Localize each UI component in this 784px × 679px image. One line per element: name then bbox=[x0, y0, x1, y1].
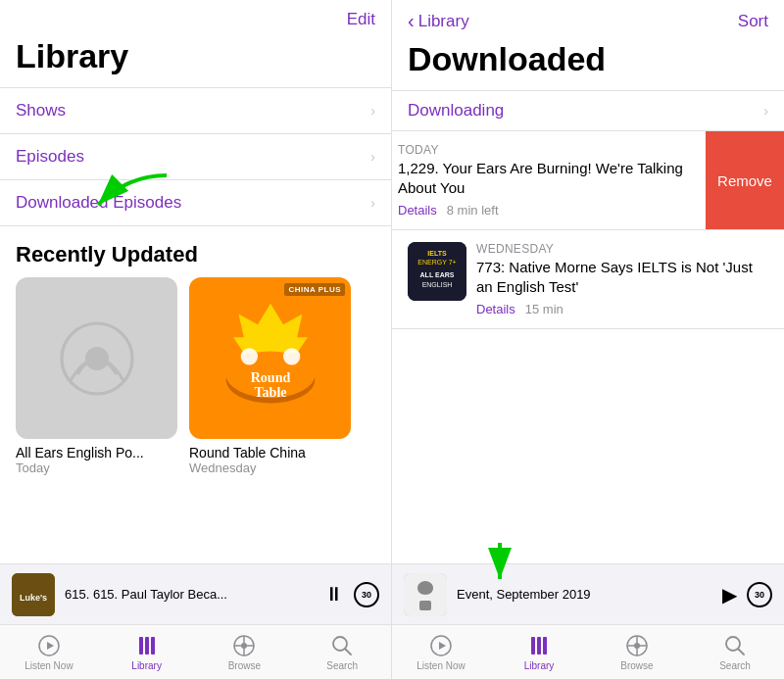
right-panel: ‹ Library Sort Downloaded Downloading › … bbox=[392, 0, 784, 679]
svg-rect-36 bbox=[537, 637, 541, 655]
episode-list: All Ears English TODAY 1,229. Your Ears … bbox=[392, 131, 784, 348]
back-button[interactable]: ‹ Library bbox=[408, 10, 469, 32]
remove-button-0[interactable]: Remove bbox=[706, 131, 784, 229]
episode-meta-1: Details 15 min bbox=[476, 302, 768, 316]
tab-listen-now-label-left: Listen Now bbox=[24, 660, 73, 671]
tab-search-left[interactable]: Search bbox=[293, 625, 391, 679]
right-player-controls: ▶ 30 bbox=[722, 582, 772, 607]
browse-icon-left bbox=[232, 634, 256, 657]
episode-row-0[interactable]: All Ears English TODAY 1,229. Your Ears … bbox=[392, 131, 784, 230]
tab-browse-left[interactable]: Browse bbox=[196, 625, 294, 679]
svg-marker-34 bbox=[439, 642, 446, 650]
player-thumbnail: Luke's bbox=[12, 573, 55, 616]
episode-content-0: All Ears English TODAY 1,229. Your Ears … bbox=[392, 131, 706, 229]
svg-rect-15 bbox=[145, 637, 149, 655]
left-panel: Edit Library Shows › Episodes › Download… bbox=[0, 0, 392, 679]
svg-text:IELTS: IELTS bbox=[427, 250, 447, 257]
svg-rect-16 bbox=[151, 637, 155, 655]
shows-chevron-icon: › bbox=[370, 103, 375, 119]
svg-point-6 bbox=[240, 348, 257, 364]
svg-rect-32 bbox=[419, 601, 431, 610]
svg-text:Table: Table bbox=[254, 384, 286, 400]
podcast-date-roundtable: Wednesday bbox=[189, 461, 351, 475]
episode-thumb-1: IELTS ENERGY 7+ ALL EARS ENGLISH bbox=[408, 242, 466, 301]
pause-button[interactable]: ⏸ bbox=[324, 583, 344, 606]
tab-library-label-right: Library bbox=[524, 660, 555, 671]
episode-content-1: IELTS ENERGY 7+ ALL EARS ENGLISH WEDNESD… bbox=[392, 230, 784, 328]
podcast-name-allearsenglish: All Ears English Po... bbox=[16, 445, 177, 461]
podcast-card-allearsenglish[interactable]: All Ears English Po... Today bbox=[16, 277, 177, 475]
play-button-right[interactable]: ▶ bbox=[722, 583, 737, 606]
right-player-title: Event, September 2019 bbox=[457, 587, 712, 602]
listen-now-icon bbox=[37, 634, 61, 657]
episode-info-0: TODAY 1,229. Your Ears Are Burning! We'r… bbox=[398, 143, 690, 218]
episodes-chevron-icon: › bbox=[370, 149, 375, 165]
player-thumb-art: Luke's bbox=[12, 573, 55, 616]
nav-item-episodes[interactable]: Episodes › bbox=[0, 134, 391, 180]
downloading-label: Downloading bbox=[408, 101, 504, 121]
downloading-chevron-icon: › bbox=[763, 103, 768, 119]
left-tab-bar: Listen Now Library Browse bbox=[0, 624, 391, 679]
svg-text:ENGLISH: ENGLISH bbox=[422, 281, 453, 288]
svg-text:Round: Round bbox=[250, 368, 290, 384]
search-icon-left bbox=[330, 634, 354, 657]
svg-text:ENERGY 7+: ENERGY 7+ bbox=[417, 259, 456, 266]
browse-icon-right bbox=[625, 634, 649, 657]
podcast-date-allearsenglish: Today bbox=[16, 461, 177, 475]
svg-text:ALL EARS: ALL EARS bbox=[420, 271, 455, 278]
tab-search-label-left: Search bbox=[326, 660, 358, 671]
svg-rect-35 bbox=[531, 637, 535, 655]
downloaded-chevron-icon: › bbox=[370, 195, 375, 211]
library-icon-left bbox=[135, 634, 159, 657]
podcast-thumb-roundtable: CHINA PLUS Round Table bbox=[189, 277, 351, 439]
nav-item-downloaded-label: Downloaded Episodes bbox=[16, 193, 181, 213]
skip-forward-button[interactable]: 30 bbox=[354, 582, 379, 607]
tab-library-label-left: Library bbox=[131, 660, 162, 671]
nav-item-downloaded[interactable]: Downloaded Episodes › bbox=[0, 180, 391, 226]
tab-browse-label-left: Browse bbox=[228, 660, 261, 671]
svg-rect-14 bbox=[139, 637, 143, 655]
episode-art-1: IELTS ENERGY 7+ ALL EARS ENGLISH bbox=[408, 242, 466, 301]
svg-line-43 bbox=[739, 649, 745, 655]
tab-listen-now-right[interactable]: Listen Now bbox=[392, 625, 490, 679]
tab-library-left[interactable]: Library bbox=[98, 625, 196, 679]
podcast-logo-icon bbox=[58, 319, 136, 398]
nav-item-shows[interactable]: Shows › bbox=[0, 88, 391, 134]
tab-listen-now-label-right: Listen Now bbox=[416, 660, 465, 671]
right-header: ‹ Library Sort bbox=[392, 0, 784, 36]
tab-browse-right[interactable]: Browse bbox=[588, 625, 686, 679]
podcast-card-roundtable[interactable]: CHINA PLUS Round Table bbox=[189, 277, 351, 475]
listen-now-icon-right bbox=[429, 634, 453, 657]
skip-forward-button-right[interactable]: 30 bbox=[747, 582, 772, 607]
downloading-row[interactable]: Downloading › bbox=[392, 90, 784, 131]
svg-marker-3 bbox=[233, 303, 308, 353]
edit-button[interactable]: Edit bbox=[347, 10, 375, 29]
tab-library-right[interactable]: Library bbox=[490, 625, 588, 679]
search-icon-right bbox=[723, 634, 747, 657]
china-plus-badge: CHINA PLUS bbox=[284, 283, 345, 296]
left-player: Luke's 615. 615. Paul Taylor Beca... ⏸ 3… bbox=[0, 563, 391, 624]
episode-row-1[interactable]: IELTS ENERGY 7+ ALL EARS ENGLISH WEDNESD… bbox=[392, 230, 784, 329]
back-chevron-icon: ‹ bbox=[408, 10, 415, 32]
episode-info-1: WEDNESDAY 773: Native Morne Says IELTS i… bbox=[476, 242, 768, 316]
episode-meta-0: Details 8 min left bbox=[398, 203, 690, 218]
left-header: Edit bbox=[0, 0, 391, 33]
sort-button[interactable]: Sort bbox=[738, 12, 768, 31]
right-player-thumbnail bbox=[404, 573, 447, 616]
nav-item-shows-label: Shows bbox=[16, 101, 66, 121]
episode-title-1: 773: Native Morne Says IELTS is Not 'Jus… bbox=[476, 258, 768, 296]
svg-point-7 bbox=[283, 348, 300, 364]
details-button-1[interactable]: Details bbox=[476, 302, 515, 316]
back-label: Library bbox=[418, 12, 469, 31]
svg-marker-13 bbox=[47, 642, 54, 650]
svg-text:Luke's: Luke's bbox=[20, 593, 47, 603]
tab-search-right[interactable]: Search bbox=[686, 625, 784, 679]
episode-title-0: 1,229. Your Ears Are Burning! We're Talk… bbox=[398, 159, 690, 197]
podcast-thumb-allearsenglish bbox=[16, 277, 177, 439]
details-button-0[interactable]: Details bbox=[398, 203, 437, 218]
episode-time-0: 8 min left bbox=[447, 203, 499, 218]
right-title: Downloaded bbox=[392, 36, 784, 90]
tab-search-label-right: Search bbox=[719, 660, 751, 671]
left-title: Library bbox=[0, 33, 391, 87]
tab-listen-now-left[interactable]: Listen Now bbox=[0, 625, 98, 679]
